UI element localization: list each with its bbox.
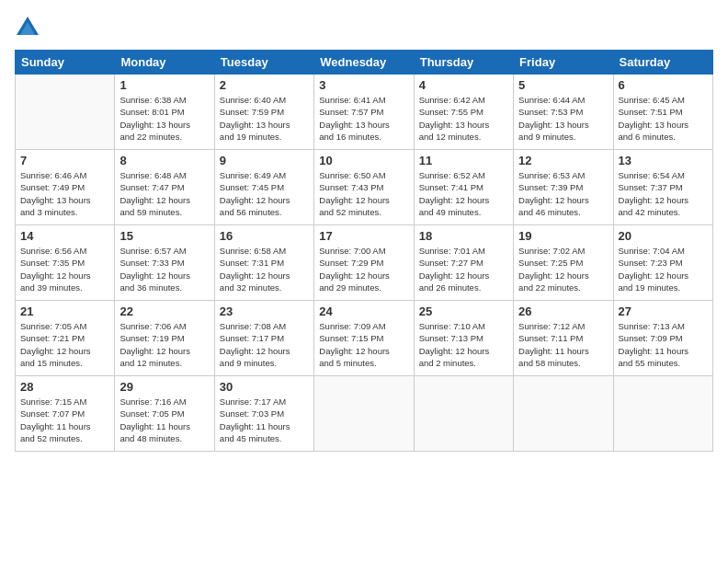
day-number: 23 xyxy=(220,304,309,318)
day-number: 26 xyxy=(518,304,608,318)
calendar-cell: 3Sunrise: 6:41 AM Sunset: 7:57 PM Daylig… xyxy=(314,75,414,150)
day-info: Sunrise: 6:58 AM Sunset: 7:31 PM Dayligh… xyxy=(220,245,309,293)
week-row-1: 1Sunrise: 6:38 AM Sunset: 8:01 PM Daylig… xyxy=(16,75,713,150)
calendar-cell xyxy=(314,376,414,452)
day-info: Sunrise: 6:50 AM Sunset: 7:43 PM Dayligh… xyxy=(319,169,408,218)
calendar-cell: 9Sunrise: 6:49 AM Sunset: 7:45 PM Daylig… xyxy=(214,150,313,225)
day-info: Sunrise: 6:44 AM Sunset: 7:53 PM Dayligh… xyxy=(518,94,608,143)
day-info: Sunrise: 7:06 AM Sunset: 7:19 PM Dayligh… xyxy=(119,320,209,369)
day-info: Sunrise: 7:17 AM Sunset: 7:03 PM Dayligh… xyxy=(220,396,309,444)
day-number: 5 xyxy=(518,78,608,92)
calendar-cell: 15Sunrise: 6:57 AM Sunset: 7:33 PM Dayli… xyxy=(115,225,214,301)
calendar-cell: 7Sunrise: 6:46 AM Sunset: 7:49 PM Daylig… xyxy=(16,150,115,225)
calendar-cell: 19Sunrise: 7:02 AM Sunset: 7:25 PM Dayli… xyxy=(514,225,613,301)
calendar-cell: 27Sunrise: 7:13 AM Sunset: 7:09 PM Dayli… xyxy=(613,301,712,376)
day-number: 13 xyxy=(619,154,708,167)
day-number: 28 xyxy=(20,380,109,394)
calendar-cell: 28Sunrise: 7:15 AM Sunset: 7:07 PM Dayli… xyxy=(16,376,115,452)
day-info: Sunrise: 6:56 AM Sunset: 7:35 PM Dayligh… xyxy=(20,245,109,293)
calendar-cell: 20Sunrise: 7:04 AM Sunset: 7:23 PM Dayli… xyxy=(613,225,712,301)
weekday-header-tuesday: Tuesday xyxy=(214,51,313,75)
day-number: 11 xyxy=(419,154,508,167)
day-number: 10 xyxy=(319,154,408,167)
calendar-cell: 1Sunrise: 6:38 AM Sunset: 8:01 PM Daylig… xyxy=(115,75,214,150)
day-info: Sunrise: 6:53 AM Sunset: 7:39 PM Dayligh… xyxy=(518,169,608,218)
day-info: Sunrise: 7:09 AM Sunset: 7:15 PM Dayligh… xyxy=(319,320,408,369)
day-number: 6 xyxy=(619,78,708,92)
day-number: 19 xyxy=(518,229,608,243)
calendar-cell: 13Sunrise: 6:54 AM Sunset: 7:37 PM Dayli… xyxy=(613,150,712,225)
calendar-cell: 14Sunrise: 6:56 AM Sunset: 7:35 PM Dayli… xyxy=(16,225,115,301)
calendar-table: SundayMondayTuesdayWednesdayThursdayFrid… xyxy=(15,50,713,452)
day-info: Sunrise: 7:12 AM Sunset: 7:11 PM Dayligh… xyxy=(518,320,608,369)
day-number: 9 xyxy=(220,154,309,167)
day-info: Sunrise: 6:57 AM Sunset: 7:33 PM Dayligh… xyxy=(119,245,209,293)
day-info: Sunrise: 7:01 AM Sunset: 7:27 PM Dayligh… xyxy=(419,245,508,293)
day-info: Sunrise: 6:46 AM Sunset: 7:49 PM Dayligh… xyxy=(20,169,109,218)
day-number: 12 xyxy=(518,154,608,167)
calendar-cell: 17Sunrise: 7:00 AM Sunset: 7:29 PM Dayli… xyxy=(314,225,414,301)
day-number: 21 xyxy=(20,304,109,318)
day-number: 7 xyxy=(20,154,109,167)
calendar-cell: 5Sunrise: 6:44 AM Sunset: 7:53 PM Daylig… xyxy=(514,75,613,150)
weekday-header-saturday: Saturday xyxy=(613,51,712,75)
day-info: Sunrise: 7:08 AM Sunset: 7:17 PM Dayligh… xyxy=(220,320,309,369)
day-number: 27 xyxy=(619,304,708,318)
logo-icon xyxy=(15,15,40,40)
weekday-header-friday: Friday xyxy=(514,51,613,75)
calendar-cell: 10Sunrise: 6:50 AM Sunset: 7:43 PM Dayli… xyxy=(314,150,414,225)
day-info: Sunrise: 7:05 AM Sunset: 7:21 PM Dayligh… xyxy=(20,320,109,369)
calendar-cell: 24Sunrise: 7:09 AM Sunset: 7:15 PM Dayli… xyxy=(314,301,414,376)
page: SundayMondayTuesdayWednesdayThursdayFrid… xyxy=(0,0,728,563)
weekday-header-sunday: Sunday xyxy=(16,51,115,75)
day-info: Sunrise: 7:10 AM Sunset: 7:13 PM Dayligh… xyxy=(419,320,508,369)
calendar-cell: 21Sunrise: 7:05 AM Sunset: 7:21 PM Dayli… xyxy=(16,301,115,376)
day-number: 15 xyxy=(119,229,209,243)
week-row-5: 28Sunrise: 7:15 AM Sunset: 7:07 PM Dayli… xyxy=(16,376,713,452)
week-row-2: 7Sunrise: 6:46 AM Sunset: 7:49 PM Daylig… xyxy=(16,150,713,225)
day-number: 8 xyxy=(119,154,209,167)
logo xyxy=(15,15,44,40)
day-info: Sunrise: 6:42 AM Sunset: 7:55 PM Dayligh… xyxy=(419,94,508,143)
day-number: 14 xyxy=(20,229,109,243)
calendar-cell xyxy=(613,376,712,452)
day-info: Sunrise: 6:45 AM Sunset: 7:51 PM Dayligh… xyxy=(619,94,708,143)
calendar-cell xyxy=(414,376,513,452)
day-number: 29 xyxy=(119,380,209,394)
day-info: Sunrise: 7:15 AM Sunset: 7:07 PM Dayligh… xyxy=(20,396,109,444)
calendar-cell: 6Sunrise: 6:45 AM Sunset: 7:51 PM Daylig… xyxy=(613,75,712,150)
day-info: Sunrise: 6:40 AM Sunset: 7:59 PM Dayligh… xyxy=(220,94,309,143)
weekday-header-wednesday: Wednesday xyxy=(314,51,414,75)
day-number: 16 xyxy=(220,229,309,243)
calendar-cell: 23Sunrise: 7:08 AM Sunset: 7:17 PM Dayli… xyxy=(214,301,313,376)
day-info: Sunrise: 7:13 AM Sunset: 7:09 PM Dayligh… xyxy=(619,320,708,369)
day-info: Sunrise: 6:49 AM Sunset: 7:45 PM Dayligh… xyxy=(220,169,309,218)
day-number: 1 xyxy=(119,78,209,92)
weekday-header-monday: Monday xyxy=(115,51,214,75)
calendar-cell: 2Sunrise: 6:40 AM Sunset: 7:59 PM Daylig… xyxy=(214,75,313,150)
calendar-cell: 4Sunrise: 6:42 AM Sunset: 7:55 PM Daylig… xyxy=(414,75,513,150)
week-row-4: 21Sunrise: 7:05 AM Sunset: 7:21 PM Dayli… xyxy=(16,301,713,376)
header xyxy=(15,15,713,40)
day-number: 4 xyxy=(419,78,508,92)
day-info: Sunrise: 7:04 AM Sunset: 7:23 PM Dayligh… xyxy=(619,245,708,293)
day-number: 22 xyxy=(119,304,209,318)
day-info: Sunrise: 7:00 AM Sunset: 7:29 PM Dayligh… xyxy=(319,245,408,293)
weekday-header-row: SundayMondayTuesdayWednesdayThursdayFrid… xyxy=(16,51,713,75)
day-info: Sunrise: 7:16 AM Sunset: 7:05 PM Dayligh… xyxy=(119,396,209,444)
calendar-cell: 11Sunrise: 6:52 AM Sunset: 7:41 PM Dayli… xyxy=(414,150,513,225)
calendar-cell: 8Sunrise: 6:48 AM Sunset: 7:47 PM Daylig… xyxy=(115,150,214,225)
day-number: 3 xyxy=(319,78,408,92)
weekday-header-thursday: Thursday xyxy=(414,51,513,75)
calendar-cell: 22Sunrise: 7:06 AM Sunset: 7:19 PM Dayli… xyxy=(115,301,214,376)
day-number: 30 xyxy=(220,380,309,394)
day-number: 20 xyxy=(619,229,708,243)
day-info: Sunrise: 6:52 AM Sunset: 7:41 PM Dayligh… xyxy=(419,169,508,218)
calendar-cell: 18Sunrise: 7:01 AM Sunset: 7:27 PM Dayli… xyxy=(414,225,513,301)
calendar-cell: 25Sunrise: 7:10 AM Sunset: 7:13 PM Dayli… xyxy=(414,301,513,376)
day-number: 25 xyxy=(419,304,508,318)
day-number: 18 xyxy=(419,229,508,243)
day-info: Sunrise: 6:41 AM Sunset: 7:57 PM Dayligh… xyxy=(319,94,408,143)
day-number: 24 xyxy=(319,304,408,318)
day-info: Sunrise: 6:48 AM Sunset: 7:47 PM Dayligh… xyxy=(119,169,209,218)
